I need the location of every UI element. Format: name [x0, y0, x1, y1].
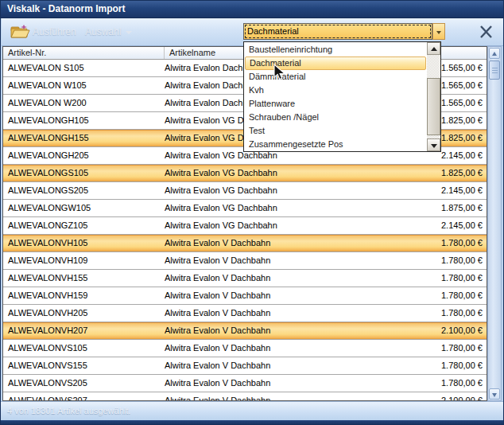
- cell-artikelname: Alwitra Evalon VG Dachbahn: [165, 200, 375, 216]
- chevron-down-icon: [436, 31, 441, 34]
- cell-price: 1.780,00 €: [375, 357, 487, 374]
- cell-artikel-nr: ALWEVALONVH159: [3, 287, 165, 304]
- cell-artikelname: Alwitra Evalon V Dachbahn: [165, 375, 375, 392]
- table-row[interactable]: ALWEVALONGW105Alwitra Evalon VG Dachbahn…: [3, 200, 487, 217]
- dropdown-option[interactable]: Dachmaterial: [245, 57, 426, 70]
- table-row[interactable]: ALWEVALONVS155Alwitra Evalon V Dachbahn1…: [3, 357, 487, 375]
- cell-artikelname: Alwitra Evalon V Dachbahn: [165, 270, 375, 287]
- cell-artikelname: Alwitra Evalon V Dachbahn: [165, 340, 375, 357]
- viskalk-window: Viskalk - Datanorm Import Ausführen Ausw…: [0, 0, 504, 425]
- cell-price: 1.825,00 €: [375, 165, 487, 181]
- dropdown-scrollbar-thumb[interactable]: [427, 78, 440, 135]
- category-combobox[interactable]: Dachmaterial: [243, 23, 432, 40]
- cell-artikelname: Alwitra Evalon VG Dachbahn: [165, 217, 375, 234]
- table-row[interactable]: ALWEVALONVH109Alwitra Evalon V Dachbahn1…: [3, 252, 487, 270]
- table-row[interactable]: ALWEVALONVH207Alwitra Evalon V Dachbahn2…: [3, 322, 487, 340]
- window-title: Viskalk - Datanorm Import: [1, 1, 503, 18]
- cell-artikelname: Alwitra Evalon V Dachbahn: [165, 357, 375, 374]
- arrow-down-icon: [431, 144, 437, 148]
- cell-artikel-nr: ALWEVALONVS205: [3, 375, 165, 392]
- titlebar[interactable]: Viskalk - Datanorm Import: [1, 1, 503, 18]
- arrow-up-icon: [492, 52, 497, 56]
- cell-artikel-nr: ALWEVALON W105: [3, 77, 165, 94]
- arrow-up-icon: [431, 47, 437, 51]
- arrow-down-icon: [492, 393, 497, 397]
- table-row[interactable]: ALWEVALONVH155Alwitra Evalon V Dachbahn1…: [3, 270, 487, 287]
- cell-price: 1.780,00 €: [375, 252, 487, 269]
- cell-artikel-nr: ALWEVALONGH205: [3, 147, 165, 164]
- table-row[interactable]: ALWEVALONVS205Alwitra Evalon V Dachbahn1…: [3, 375, 487, 392]
- scroll-down-button[interactable]: [489, 388, 500, 400]
- cell-artikel-nr: ALWEVALONGH105: [3, 112, 165, 129]
- cell-artikel-nr: ALWEVALONVH109: [3, 252, 165, 269]
- auswahl-label: Auswahl: [85, 26, 121, 37]
- cell-artikel-nr: ALWEVALONVH207: [3, 322, 165, 339]
- cell-artikel-nr: ALWEVALONVH205: [3, 305, 165, 322]
- dropdown-scroll-up-button[interactable]: [427, 42, 440, 55]
- cell-artikel-nr: ALWEVALONVS207: [3, 392, 165, 400]
- cell-price: 1.780,00 €: [375, 375, 487, 392]
- cell-price: 1.780,00 €: [375, 287, 487, 304]
- scrollbar-thumb[interactable]: [489, 60, 500, 80]
- scroll-up-button[interactable]: [489, 48, 500, 59]
- cell-artikelname: Alwitra Evalon V Dachbahn: [165, 287, 375, 304]
- window-bottom-edge: [1, 420, 503, 425]
- cell-artikel-nr: ALWEVALONVS155: [3, 357, 165, 374]
- dropdown-option[interactable]: Dämmmaterial: [245, 70, 426, 84]
- dropdown-scroll-down-button[interactable]: [427, 138, 440, 151]
- cell-price: 2.100,00 €: [375, 392, 487, 400]
- cell-artikelname: Alwitra Evalon VG Dachbahn: [165, 182, 375, 199]
- cell-price: 2.100,00 €: [375, 322, 487, 339]
- table-row[interactable]: ALWEVALONVH159Alwitra Evalon V Dachbahn1…: [3, 287, 487, 305]
- cell-price: 2.145,00 €: [375, 217, 487, 234]
- dropdown-option[interactable]: Kvh: [245, 84, 426, 97]
- cell-artikel-nr: ALWEVALONVS105: [3, 340, 165, 357]
- close-icon: [477, 22, 496, 41]
- cell-artikel-nr: ALWEVALONGH155: [3, 130, 165, 146]
- cell-price: 1.780,00 €: [375, 235, 487, 251]
- cell-price: 1.875,00 €: [375, 200, 487, 216]
- dropdown-option[interactable]: Test: [245, 124, 426, 138]
- close-button[interactable]: [477, 22, 496, 41]
- cell-artikel-nr: ALWEVALONGW105: [3, 200, 165, 216]
- cell-price: 1.780,00 €: [375, 305, 487, 322]
- cell-artikelname: Alwitra Evalon V Dachbahn: [165, 392, 375, 400]
- table-row[interactable]: ALWEVALONVH105Alwitra Evalon V Dachbahn1…: [3, 235, 487, 252]
- chevron-down-icon: [126, 31, 132, 34]
- cell-artikel-nr: ALWEVALON W200: [3, 95, 165, 111]
- combobox-dropdown-button[interactable]: [432, 23, 445, 40]
- dropdown-option[interactable]: Schrauben /Nägel: [245, 111, 426, 124]
- open-folder-icon[interactable]: [10, 22, 30, 41]
- cell-price: 2.145,00 €: [375, 182, 487, 199]
- table-scrollbar[interactable]: [487, 46, 502, 401]
- table-row[interactable]: ALWEVALONVS105Alwitra Evalon V Dachbahn1…: [3, 340, 487, 357]
- dropdown-option[interactable]: Zusammengesetzte Pos: [245, 138, 426, 151]
- auswahl-button[interactable]: Auswahl: [85, 26, 132, 37]
- cell-artikelname: Alwitra Evalon V Dachbahn: [165, 235, 375, 251]
- table-row[interactable]: ALWEVALONGZ105Alwitra Evalon VG Dachbahn…: [3, 217, 487, 235]
- table-row[interactable]: ALWEVALONGS205Alwitra Evalon VG Dachbahn…: [3, 182, 487, 200]
- table-row[interactable]: ALWEVALONVS207Alwitra Evalon V Dachbahn2…: [3, 392, 487, 400]
- cell-artikel-nr: ALWEVALONGZ105: [3, 217, 165, 234]
- cell-artikel-nr: ALWEVALONGS105: [3, 165, 165, 181]
- cell-artikelname: Alwitra Evalon V Dachbahn: [165, 252, 375, 269]
- table-row[interactable]: ALWEVALONGS105Alwitra Evalon VG Dachbahn…: [3, 165, 487, 182]
- cell-artikelname: Alwitra Evalon V Dachbahn: [165, 305, 375, 322]
- cell-artikelname: Alwitra Evalon VG Dachbahn: [165, 165, 375, 181]
- open-folder-glyph: [10, 22, 30, 41]
- ausfuehren-button[interactable]: Ausführen: [33, 26, 76, 37]
- dropdown-option[interactable]: Plattenware: [245, 97, 426, 111]
- table-row[interactable]: ALWEVALONVH205Alwitra Evalon V Dachbahn1…: [3, 305, 487, 322]
- dropdown-options: BaustelleneinrichtungDachmaterialDämmmat…: [245, 43, 426, 150]
- cell-price: 1.780,00 €: [375, 340, 487, 357]
- dropdown-option[interactable]: Baustelleneinrichtung: [245, 43, 426, 57]
- column-header-artikel-nr[interactable]: Artikel-Nr.: [3, 47, 165, 59]
- cell-price: 1.780,00 €: [375, 270, 487, 287]
- status-text: 4 von 18301 Artikel ausgewählt.: [7, 406, 130, 415]
- dropdown-scrollbar[interactable]: [427, 42, 440, 151]
- cell-artikel-nr: ALWEVALONGS205: [3, 182, 165, 199]
- combobox-value: Dachmaterial: [244, 24, 432, 38]
- cell-artikel-nr: ALWEVALONVH155: [3, 270, 165, 287]
- combobox-dropdown-list: BaustelleneinrichtungDachmaterialDämmmat…: [243, 41, 441, 152]
- cell-artikel-nr: ALWEVALON S105: [3, 60, 165, 76]
